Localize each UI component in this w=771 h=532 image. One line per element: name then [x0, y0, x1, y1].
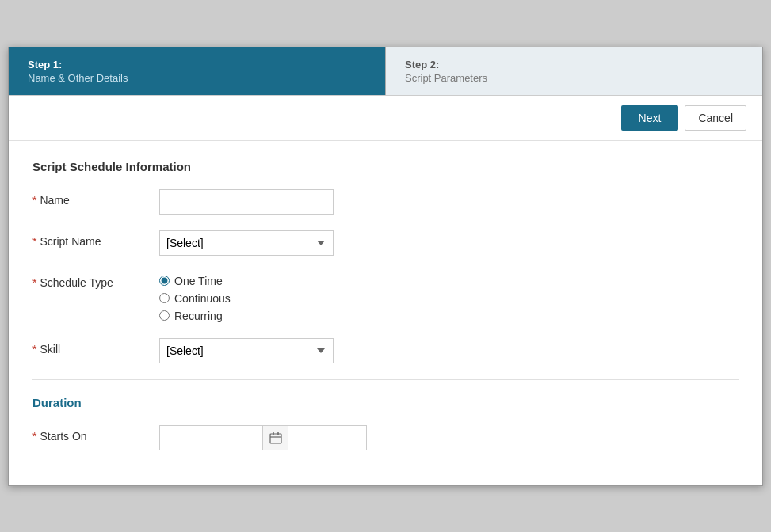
section-divider-line — [32, 379, 739, 380]
schedule-type-label: *Schedule Type — [32, 272, 159, 289]
name-required: * — [32, 194, 36, 207]
script-name-select-wrapper: [Select] — [159, 230, 334, 256]
skill-label: *Skill — [32, 338, 159, 355]
starts-on-group: *Starts On 11:52 AM — [32, 425, 739, 450]
step1-label: Step 1: — [28, 59, 366, 70]
starts-on-label: *Starts On — [32, 425, 159, 443]
schedule-continuous-radio[interactable] — [159, 293, 170, 303]
step2-label: Step 2: — [405, 59, 743, 70]
step1-tab: Step 1: Name & Other Details — [9, 48, 385, 95]
starts-on-date-input[interactable] — [159, 425, 262, 450]
skill-group: *Skill [Select] — [32, 338, 739, 363]
schedule-recurring-radio[interactable] — [159, 310, 170, 321]
schedule-type-required: * — [32, 276, 36, 289]
schedule-continuous-option[interactable]: Continuous — [159, 292, 231, 305]
schedule-one-time-option[interactable]: One Time — [159, 275, 231, 287]
name-group: *Name — [32, 189, 739, 215]
modal-container: Step 1: Name & Other Details Step 2: Scr… — [8, 47, 763, 486]
toolbar: Next Cancel — [9, 96, 762, 141]
schedule-type-group: *Schedule Type One Time Continuous Recur… — [32, 272, 739, 322]
schedule-one-time-radio[interactable] — [159, 276, 170, 286]
skill-required: * — [32, 343, 36, 355]
script-name-group: *Script Name [Select] — [32, 230, 739, 256]
section-title: Script Schedule Information — [32, 160, 739, 173]
step2-tab: Step 2: Script Parameters — [386, 48, 762, 95]
cancel-button[interactable]: Cancel — [685, 105, 746, 131]
skill-select-wrapper: [Select] — [159, 338, 334, 363]
form-content: Script Schedule Information *Name *Scrip… — [9, 141, 762, 485]
schedule-recurring-label: Recurring — [174, 310, 223, 322]
step1-sublabel: Name & Other Details — [28, 72, 366, 84]
next-button[interactable]: Next — [621, 105, 679, 131]
skill-select[interactable]: [Select] — [159, 338, 334, 363]
script-name-required: * — [32, 235, 36, 248]
svg-rect-0 — [270, 434, 281, 443]
duration-title: Duration — [32, 396, 739, 409]
calendar-icon — [269, 431, 282, 444]
name-input[interactable] — [159, 189, 334, 215]
step2-sublabel: Script Parameters — [405, 72, 743, 84]
script-name-label: *Script Name — [32, 230, 159, 248]
starts-on-wrapper: 11:52 AM — [159, 425, 367, 450]
schedule-one-time-label: One Time — [174, 275, 223, 287]
starts-on-required: * — [32, 430, 36, 443]
script-name-select[interactable]: [Select] — [159, 230, 334, 256]
name-label: *Name — [32, 189, 159, 207]
starts-on-time-input[interactable]: 11:52 AM — [288, 425, 367, 450]
calendar-button[interactable] — [262, 425, 288, 450]
schedule-type-options: One Time Continuous Recurring — [159, 272, 231, 322]
schedule-continuous-label: Continuous — [174, 292, 231, 305]
schedule-recurring-option[interactable]: Recurring — [159, 310, 231, 322]
steps-header: Step 1: Name & Other Details Step 2: Scr… — [9, 48, 762, 96]
